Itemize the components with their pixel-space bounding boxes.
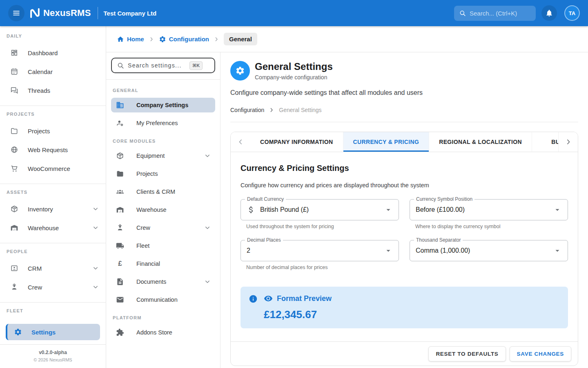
worker-icon [10,283,18,291]
cart-icon [10,164,18,173]
sub-breadcrumb-current: General Settings [279,107,321,113]
breadcrumb-home[interactable]: Home [117,36,144,43]
settings-item-warehouse[interactable]: Warehouse [111,202,215,217]
sidebar-item-crew[interactable]: Crew [0,278,106,296]
settings-item-fleet[interactable]: Fleet [111,238,215,253]
field-value: British Pound (£) [260,206,384,213]
page-subtitle: Company-wide configuration [255,74,333,81]
settings-item-crew[interactable]: Crew [111,220,215,235]
tab-company-information[interactable]: COMPANY INFORMATION [250,132,343,152]
copyright: © 2026 NexusRMS [0,357,106,362]
menu-icon [12,9,21,18]
sidebar-item-warehouse[interactable]: Warehouse [0,218,106,237]
notifications-button[interactable] [541,5,557,21]
contact-card-icon [10,264,18,272]
settings-item-communication[interactable]: Communication [111,292,215,307]
settings-item-financial[interactable]: £ Financial [111,256,215,271]
sidebar-item-projects[interactable]: Projects [0,121,106,140]
brand-divider [98,7,98,19]
sidebar-item-web-requests[interactable]: Web Requests [0,140,106,159]
section-label-daily: DAILY [0,34,106,38]
gear-icon [14,328,22,336]
chevron-left-icon [236,138,245,146]
settings-item-projects[interactable]: Projects [111,166,215,181]
hamburger-menu-button[interactable] [8,5,24,21]
divider [0,105,106,106]
chevron-right-icon [148,36,155,43]
sidebar-item-inventory[interactable]: Inventory [0,200,106,218]
settings-section-core-modules: CORE MODULES [113,139,214,144]
divider [0,302,106,303]
dropdown-caret-icon [553,246,562,255]
currency-symbol-position-select[interactable]: Currency Symbol Position Before (£100.00… [410,199,568,220]
keyboard-shortcut-chip: ⌘K [189,61,203,70]
thousand-separator-select[interactable]: Thousand Separator Comma (1,000.00) [410,240,568,261]
page-title: General Settings [255,61,333,72]
gear-icon [235,66,245,76]
section-label-assets: ASSETS [0,190,106,195]
dollar-icon [247,205,256,214]
chevron-right-icon [213,36,220,43]
reset-to-defaults-button[interactable]: RESET TO DEFAULTS [428,346,506,361]
field-label: Currency Symbol Position [414,196,474,202]
section-label-projects: PROJECTS [0,112,106,117]
default-currency-select[interactable]: Default Currency British Pound (£) [241,199,399,220]
chevron-right-icon [564,138,572,146]
tab-business[interactable]: BUSINESS [532,132,558,152]
tab-regional-localization[interactable]: REGIONAL & LOCALIZATION [429,132,532,152]
sidebar-item-calendar[interactable]: Calendar [0,62,106,81]
settings-item-documents[interactable]: Documents [111,274,215,289]
global-search[interactable] [454,6,536,21]
bell-icon [545,9,553,17]
sidebar-item-threads[interactable]: Threads [0,81,106,100]
warehouse-icon [116,206,124,214]
warehouse-icon [10,224,18,232]
chevron-down-icon [92,265,99,272]
main-content: General Settings Company-wide configurat… [220,52,588,368]
sidebar-footer: v0.2.0-alpha © 2026 NexusRMS [0,344,106,368]
chevron-down-icon [204,152,211,159]
pound-icon: £ [116,260,124,268]
sidebar-item-woocommerce[interactable]: WooCommerce [0,159,106,178]
field-helper: Where to display the currency symbol [415,224,568,229]
settings-item-addons-store[interactable]: Addons Store [111,325,215,340]
brand[interactable]: NexusRMS [28,7,91,19]
folder-icon [10,127,18,135]
field-label: Thousand Separator [414,237,463,243]
format-preview-box: Format Preview £12,345.67 [241,287,568,328]
global-search-input[interactable] [470,10,531,17]
building-icon [116,101,124,109]
decimal-places-select[interactable]: Decimal Places 2 [241,240,399,261]
sidebar-item-crm[interactable]: CRM [0,259,106,278]
app-logo-icon [28,7,40,19]
sidebar-item-dashboard[interactable]: Dashboard [0,43,106,62]
panel-heading: Currency & Pricing Settings [241,164,568,173]
settings-search-input[interactable] [128,62,186,69]
settings-item-company-settings[interactable]: Company Settings [111,98,215,112]
settings-item-my-preferences[interactable]: My Preferences [111,116,215,130]
info-icon [249,294,258,303]
dropdown-caret-icon [384,246,393,255]
breadcrumb-configuration[interactable]: Configuration [159,36,209,43]
company-name: Test Company Ltd [104,10,157,17]
field-value: Comma (1,000.00) [416,247,553,254]
sidebar-item-settings[interactable]: Settings [6,324,100,340]
gear-icon [159,36,166,43]
settings-item-equipment[interactable]: Equipment [111,148,215,163]
dashboard-icon [10,49,18,57]
chevron-down-icon [92,283,99,291]
settings-item-clients-crm[interactable]: Clients & CRM [111,184,215,199]
calendar-icon [10,67,18,76]
breadcrumb: Home Configuration General [106,26,588,52]
user-avatar[interactable]: TA [564,5,580,21]
breadcrumb-current: General [224,33,257,45]
search-icon [117,62,124,69]
eye-icon [264,294,273,303]
tabs-scroll-left-button[interactable] [231,132,250,152]
sub-breadcrumb-configuration[interactable]: Configuration [230,107,264,113]
home-icon [117,36,124,43]
tabs-scroll-right-button[interactable] [558,132,578,152]
settings-search[interactable]: ⌘K [111,58,215,73]
tab-currency-pricing[interactable]: CURRENCY & PRICING [343,132,429,152]
save-changes-button[interactable]: SAVE CHANGES [510,346,571,361]
